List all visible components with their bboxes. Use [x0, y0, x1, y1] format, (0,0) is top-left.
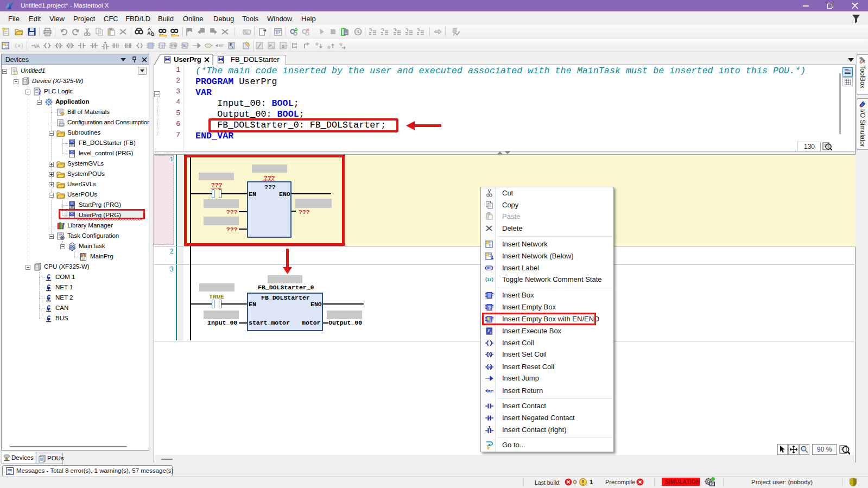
svg-text:X: X	[490, 331, 492, 334]
svg-text:RET: RET	[488, 390, 493, 393]
svg-text:N: N	[272, 46, 274, 49]
svg-text:?: ?	[488, 305, 491, 310]
svg-text:EN: EN	[172, 44, 177, 48]
svg-text:X: X	[232, 46, 234, 49]
svg-text:RET: RET	[219, 44, 225, 48]
svg-text:S: S	[282, 44, 285, 49]
svg-text:?: ?	[161, 44, 163, 49]
svg-text:S: S	[488, 352, 491, 357]
svg-text:B: B	[151, 31, 155, 36]
svg-text:R: R	[488, 365, 491, 370]
